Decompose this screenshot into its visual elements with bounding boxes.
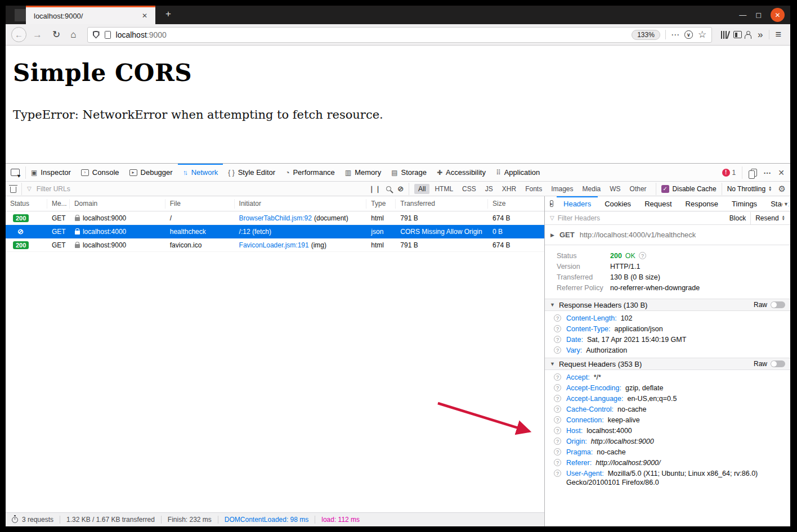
- help-icon[interactable]: ?: [554, 336, 561, 343]
- tab-accessibility[interactable]: ✚Accessibility: [432, 164, 491, 181]
- col-transferred[interactable]: Transferred: [396, 199, 488, 209]
- col-status[interactable]: Status: [6, 199, 47, 209]
- sidebar-icon[interactable]: [733, 31, 742, 38]
- help-icon[interactable]: ?: [554, 346, 561, 354]
- tab-close-icon[interactable]: ✕: [140, 11, 150, 21]
- page-info-icon[interactable]: [105, 31, 111, 39]
- tab-console[interactable]: ›Console: [76, 164, 124, 181]
- error-count-badge[interactable]: !1: [722, 169, 736, 177]
- page-actions-icon[interactable]: ⋯: [671, 30, 679, 39]
- help-icon[interactable]: ?: [554, 405, 561, 413]
- help-icon[interactable]: ?: [554, 384, 561, 391]
- sidebar-toggle-icon[interactable]: ▸: [550, 200, 553, 207]
- clear-requests-icon[interactable]: [10, 187, 16, 193]
- tab-response[interactable]: Response: [679, 196, 726, 211]
- zoom-level-badge[interactable]: 133%: [632, 30, 660, 40]
- window-minimize-button[interactable]: —: [739, 11, 746, 19]
- help-icon[interactable]: ?: [554, 416, 561, 423]
- tab-request[interactable]: Request: [638, 196, 678, 211]
- menu-hamburger-icon[interactable]: ≡: [772, 29, 785, 40]
- responsive-design-mode-icon[interactable]: [751, 169, 757, 177]
- request-url-row[interactable]: ▶ GET http://localhost:4000/v1/healthche…: [545, 225, 790, 245]
- col-domain[interactable]: Domain: [70, 199, 165, 209]
- initiator-link[interactable]: FaviconLoader.jsm:191: [239, 241, 309, 249]
- tab-headers[interactable]: Headers: [557, 196, 598, 211]
- window-close-button[interactable]: ✕: [771, 8, 785, 22]
- initiator-link[interactable]: BrowserTabChild.jsm:92: [239, 214, 312, 222]
- network-settings-gear-icon[interactable]: ⚙: [777, 184, 786, 194]
- throttling-dropdown[interactable]: No Throttling▲▼: [727, 185, 772, 193]
- tab-performance[interactable]: ◔Performance: [280, 164, 340, 181]
- filter-headers-input[interactable]: Filter Headers: [558, 214, 600, 222]
- tabs-overflow-icon[interactable]: ▼: [782, 201, 789, 207]
- help-icon[interactable]: ?: [554, 427, 561, 434]
- headers-scroll-area[interactable]: Status200OK? VersionHTTP/1.1 Transferred…: [545, 245, 790, 526]
- help-icon[interactable]: ?: [554, 470, 561, 477]
- devtools-close-icon[interactable]: ✕: [778, 168, 785, 177]
- url-bar[interactable]: localhost:9000 133% ⋯ ∨ ☆: [87, 27, 713, 43]
- col-size[interactable]: Size: [488, 199, 544, 209]
- filter-js[interactable]: JS: [481, 184, 497, 194]
- overflow-chevron-icon[interactable]: »: [754, 30, 767, 39]
- resend-dropdown[interactable]: Resend▲▼: [755, 214, 785, 222]
- disable-cache-checkbox[interactable]: ✓Disable Cache: [661, 185, 717, 193]
- request-headers-section[interactable]: ▼ Request Headers (353 B) Raw: [545, 358, 790, 370]
- window-maximize-button[interactable]: ◻: [755, 11, 762, 19]
- tab-application[interactable]: ⠿Application: [491, 164, 545, 181]
- reload-button[interactable]: ↻: [48, 30, 64, 39]
- tab-memory[interactable]: ▥Memory: [340, 164, 386, 181]
- pick-element-button[interactable]: [6, 169, 25, 176]
- tab-debugger[interactable]: ▸Debugger: [124, 164, 178, 181]
- bookmark-star-icon[interactable]: ☆: [698, 29, 706, 40]
- raw-toggle[interactable]: [771, 301, 785, 308]
- collapse-twisty-icon[interactable]: ▼: [550, 361, 555, 367]
- tab-timings[interactable]: Timings: [725, 196, 764, 211]
- back-button[interactable]: ←: [11, 27, 26, 42]
- collapse-twisty-icon[interactable]: ▼: [550, 302, 555, 308]
- tab-storage[interactable]: ▤Storage: [386, 164, 432, 181]
- browser-tab[interactable]: localhost:9000/ ✕: [26, 6, 155, 24]
- table-row-selected[interactable]: ⊘ GET localhost:4000 healthcheck /:12 (f…: [6, 225, 544, 238]
- col-initiator[interactable]: Initiator: [235, 199, 367, 209]
- filter-images[interactable]: Images: [547, 184, 577, 194]
- account-icon[interactable]: [744, 31, 751, 39]
- pocket-icon[interactable]: ∨: [684, 30, 693, 39]
- table-row[interactable]: 200 GET localhost:9000 / BrowserTabChild…: [6, 211, 544, 225]
- filter-fonts[interactable]: Fonts: [521, 184, 546, 194]
- help-icon[interactable]: ?: [554, 459, 561, 466]
- library-icon[interactable]: [719, 31, 731, 39]
- filter-html[interactable]: HTML: [431, 184, 457, 194]
- filter-media[interactable]: Media: [579, 184, 605, 194]
- tab-network[interactable]: ↑↓Network: [178, 164, 223, 181]
- filter-ws[interactable]: WS: [606, 184, 624, 194]
- response-headers-section[interactable]: ▼ Response Headers (130 B) Raw: [545, 299, 790, 311]
- help-icon[interactable]: ?: [554, 314, 561, 322]
- filter-other[interactable]: Other: [626, 184, 651, 194]
- search-icon[interactable]: [386, 186, 391, 191]
- tab-cookies[interactable]: Cookies: [598, 196, 638, 211]
- initiator-link[interactable]: /:12 (fetch): [239, 228, 271, 236]
- col-type[interactable]: Type: [366, 199, 396, 209]
- tab-style-editor[interactable]: { }Style Editor: [223, 164, 280, 181]
- forward-button[interactable]: →: [29, 30, 46, 39]
- help-icon[interactable]: ?: [554, 448, 561, 456]
- devtools-menu-icon[interactable]: ⋯: [763, 168, 772, 177]
- filter-css[interactable]: CSS: [458, 184, 480, 194]
- table-row[interactable]: 200 GET localhost:9000 favicon.ico Favic…: [6, 238, 544, 252]
- filter-urls-input[interactable]: Filter URLs: [37, 185, 70, 193]
- expand-twisty-icon[interactable]: ▶: [550, 232, 554, 238]
- help-icon[interactable]: ?: [554, 438, 561, 445]
- col-method[interactable]: Me...: [47, 199, 70, 209]
- help-icon[interactable]: ?: [639, 252, 646, 259]
- pause-traffic-icon[interactable]: ❘❘: [369, 185, 381, 193]
- filter-xhr[interactable]: XHR: [498, 184, 520, 194]
- tab-inspector[interactable]: ▣Inspector: [26, 164, 76, 181]
- raw-toggle[interactable]: [771, 360, 785, 367]
- col-file[interactable]: File: [165, 199, 235, 209]
- help-icon[interactable]: ?: [554, 373, 561, 381]
- help-icon[interactable]: ?: [554, 325, 561, 332]
- tracking-protection-shield-icon[interactable]: [93, 31, 100, 39]
- filter-all[interactable]: All: [414, 184, 429, 194]
- home-button[interactable]: ⌂: [66, 30, 80, 39]
- block-request-icon[interactable]: ⊘: [397, 184, 404, 193]
